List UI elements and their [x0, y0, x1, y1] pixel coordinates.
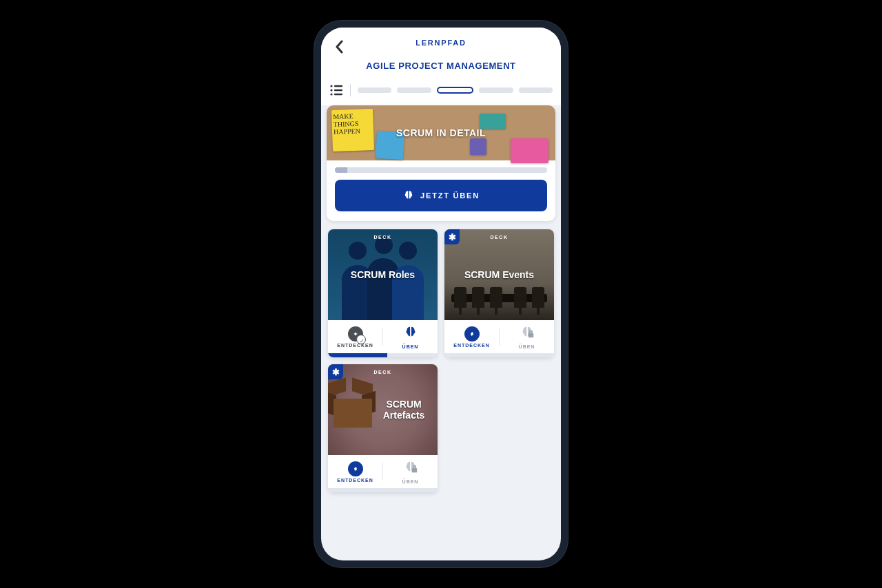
deck-card-scrum-roles[interactable]: DECK SCRUM Roles ENTDECKEN [328, 229, 438, 357]
svg-rect-5 [334, 94, 342, 95]
deck-card-scrum-events[interactable]: ✱ DECK SCRUM Events ENTDE [444, 229, 554, 357]
back-button[interactable] [329, 37, 349, 56]
brain-icon [403, 325, 418, 343]
practice-button-disabled: ÜBEN [500, 325, 554, 349]
sticky-note [480, 114, 506, 129]
deck-progress [328, 353, 438, 357]
practice-label: ÜBEN [402, 479, 419, 484]
practice-label: ÜBEN [402, 344, 419, 349]
deck-type-label: DECK [444, 235, 554, 240]
hero-image[interactable]: MAKE THINGS HAPPEN SCRUM IN DETAIL [327, 105, 555, 160]
divider [350, 84, 351, 96]
progress-segment[interactable] [358, 87, 391, 93]
app-screen: LERNPFAD AGILE PROJECT MANAGEMENT [321, 28, 561, 560]
discover-label: ENTDECKEN [453, 343, 490, 348]
list-icon [329, 83, 343, 97]
brain-locked-icon [403, 460, 418, 478]
compass-icon [464, 326, 480, 342]
discover-label: ENTDECKEN [337, 478, 373, 483]
deck-title: SCRUM Roles [351, 269, 415, 280]
deck-actions: ENTDECKEN ÜBEN [444, 320, 554, 353]
svg-point-4 [330, 93, 332, 95]
practice-now-button[interactable]: JETZT ÜBEN [335, 180, 547, 211]
practice-label: ÜBEN [519, 344, 535, 349]
sticky-note [470, 138, 486, 155]
deck-progress [444, 353, 554, 357]
svg-point-2 [330, 89, 332, 91]
progress-row [321, 76, 561, 105]
svg-rect-6 [528, 333, 533, 337]
sticky-note [511, 138, 548, 163]
sticky-note-text: MAKE THINGS HAPPEN [333, 112, 360, 136]
deck-actions: ENTDECKEN ÜBEN [328, 320, 438, 353]
practice-button[interactable]: ÜBEN [383, 325, 438, 349]
new-badge: ✱ [444, 229, 460, 244]
page-title: AGILE PROJECT MANAGEMENT [331, 61, 551, 71]
svg-point-0 [330, 85, 332, 87]
deck-image: DECK SCRUM Events [444, 229, 554, 320]
hero-title: SCRUM IN DETAIL [396, 127, 486, 138]
deck-card-scrum-artefacts[interactable]: ✱ DECK SCRUM Artefacts [328, 364, 438, 492]
svg-rect-7 [411, 468, 416, 472]
discover-button[interactable]: ENTDECKEN [444, 326, 499, 348]
discover-button[interactable]: ENTDECKEN [328, 461, 382, 483]
breadcrumb: LERNPFAD [331, 39, 551, 47]
asterisk-icon: ✱ [449, 232, 456, 242]
deck-type-label: DECK [328, 370, 438, 375]
header: LERNPFAD AGILE PROJECT MANAGEMENT [321, 28, 561, 76]
deck-title: SCRUM Events [464, 269, 534, 280]
progress-segment-active[interactable] [437, 87, 473, 94]
compass-icon [348, 461, 363, 476]
deck-image: DECK SCRUM Artefacts [328, 364, 438, 455]
deck-progress [328, 488, 438, 492]
new-badge: ✱ [328, 364, 343, 379]
brain-icon [402, 189, 415, 202]
svg-rect-1 [334, 85, 342, 87]
svg-rect-3 [334, 90, 342, 91]
hero-card: MAKE THINGS HAPPEN SCRUM IN DETAIL ››› J… [327, 105, 555, 221]
discover-label: ENTDECKEN [337, 343, 373, 348]
deck-image: DECK SCRUM Roles [328, 229, 438, 320]
sticky-note: MAKE THINGS HAPPEN [331, 109, 374, 151]
progress-segment[interactable] [519, 87, 553, 93]
compass-checked-icon [348, 326, 363, 342]
deck-type-label: DECK [328, 235, 438, 240]
practice-button-disabled: ÜBEN [383, 460, 438, 484]
phone-frame: LERNPFAD AGILE PROJECT MANAGEMENT [314, 21, 568, 567]
progress-segments [358, 87, 553, 94]
asterisk-icon: ✱ [332, 367, 340, 377]
progress-segment[interactable] [397, 87, 431, 93]
deck-title: SCRUM Artefacts [370, 399, 438, 421]
brain-locked-icon [520, 325, 535, 343]
chevron-left-icon [334, 40, 344, 54]
hero-progress: ››› [335, 167, 547, 173]
progress-segment[interactable] [479, 87, 513, 93]
cta-label: JETZT ÜBEN [420, 191, 480, 200]
deck-grid: DECK SCRUM Roles ENTDECKEN [321, 221, 561, 501]
discover-button[interactable]: ENTDECKEN [328, 326, 382, 348]
deck-actions: ENTDECKEN ÜBEN [328, 455, 438, 488]
list-button[interactable] [329, 83, 343, 97]
